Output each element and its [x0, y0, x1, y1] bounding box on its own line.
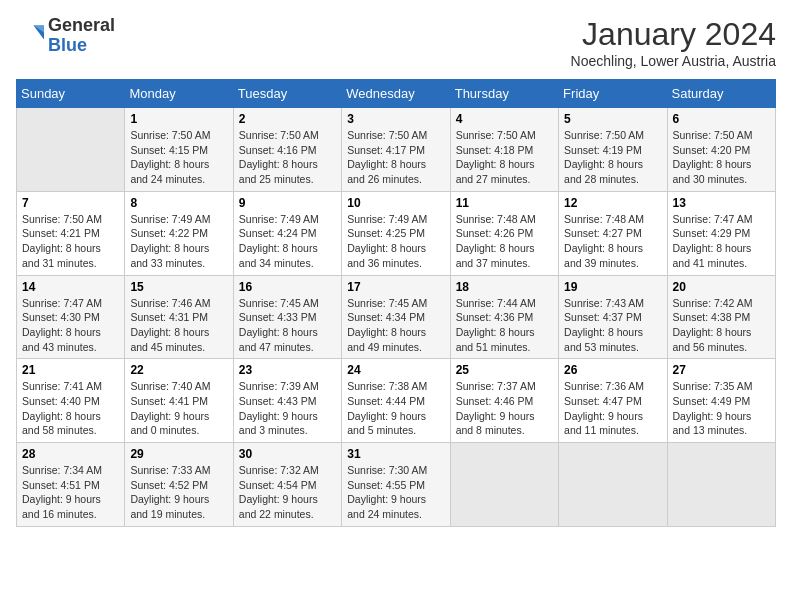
logo: General Blue [16, 16, 115, 56]
day-content: Sunrise: 7:50 AMSunset: 4:16 PMDaylight:… [239, 128, 336, 187]
day-number: 6 [673, 112, 770, 126]
month-year: January 2024 [571, 16, 776, 53]
calendar-cell: 21Sunrise: 7:41 AMSunset: 4:40 PMDayligh… [17, 359, 125, 443]
calendar-cell: 8Sunrise: 7:49 AMSunset: 4:22 PMDaylight… [125, 191, 233, 275]
day-content: Sunrise: 7:44 AMSunset: 4:36 PMDaylight:… [456, 296, 553, 355]
day-number: 22 [130, 363, 227, 377]
day-number: 5 [564, 112, 661, 126]
weekday-header: Monday [125, 80, 233, 108]
day-number: 21 [22, 363, 119, 377]
day-content: Sunrise: 7:46 AMSunset: 4:31 PMDaylight:… [130, 296, 227, 355]
calendar-cell: 2Sunrise: 7:50 AMSunset: 4:16 PMDaylight… [233, 108, 341, 192]
day-content: Sunrise: 7:40 AMSunset: 4:41 PMDaylight:… [130, 379, 227, 438]
day-number: 28 [22, 447, 119, 461]
day-number: 16 [239, 280, 336, 294]
day-number: 19 [564, 280, 661, 294]
calendar-cell: 28Sunrise: 7:34 AMSunset: 4:51 PMDayligh… [17, 443, 125, 527]
day-content: Sunrise: 7:45 AMSunset: 4:34 PMDaylight:… [347, 296, 444, 355]
calendar-cell: 25Sunrise: 7:37 AMSunset: 4:46 PMDayligh… [450, 359, 558, 443]
weekday-header: Wednesday [342, 80, 450, 108]
calendar-cell: 11Sunrise: 7:48 AMSunset: 4:26 PMDayligh… [450, 191, 558, 275]
weekday-header: Sunday [17, 80, 125, 108]
calendar-cell: 24Sunrise: 7:38 AMSunset: 4:44 PMDayligh… [342, 359, 450, 443]
calendar-cell: 15Sunrise: 7:46 AMSunset: 4:31 PMDayligh… [125, 275, 233, 359]
day-content: Sunrise: 7:37 AMSunset: 4:46 PMDaylight:… [456, 379, 553, 438]
day-number: 23 [239, 363, 336, 377]
title-block: January 2024 Noechling, Lower Austria, A… [571, 16, 776, 69]
day-number: 1 [130, 112, 227, 126]
day-number: 2 [239, 112, 336, 126]
day-number: 29 [130, 447, 227, 461]
day-number: 7 [22, 196, 119, 210]
day-number: 9 [239, 196, 336, 210]
calendar-cell: 17Sunrise: 7:45 AMSunset: 4:34 PMDayligh… [342, 275, 450, 359]
day-number: 14 [22, 280, 119, 294]
calendar-cell: 12Sunrise: 7:48 AMSunset: 4:27 PMDayligh… [559, 191, 667, 275]
logo-blue: Blue [48, 35, 87, 55]
calendar-cell: 31Sunrise: 7:30 AMSunset: 4:55 PMDayligh… [342, 443, 450, 527]
weekday-header-row: SundayMondayTuesdayWednesdayThursdayFrid… [17, 80, 776, 108]
day-number: 26 [564, 363, 661, 377]
day-content: Sunrise: 7:50 AMSunset: 4:20 PMDaylight:… [673, 128, 770, 187]
day-content: Sunrise: 7:50 AMSunset: 4:19 PMDaylight:… [564, 128, 661, 187]
day-content: Sunrise: 7:45 AMSunset: 4:33 PMDaylight:… [239, 296, 336, 355]
calendar-cell: 5Sunrise: 7:50 AMSunset: 4:19 PMDaylight… [559, 108, 667, 192]
calendar-cell: 29Sunrise: 7:33 AMSunset: 4:52 PMDayligh… [125, 443, 233, 527]
calendar-week-row: 7Sunrise: 7:50 AMSunset: 4:21 PMDaylight… [17, 191, 776, 275]
calendar-cell: 6Sunrise: 7:50 AMSunset: 4:20 PMDaylight… [667, 108, 775, 192]
day-content: Sunrise: 7:48 AMSunset: 4:26 PMDaylight:… [456, 212, 553, 271]
calendar-cell: 1Sunrise: 7:50 AMSunset: 4:15 PMDaylight… [125, 108, 233, 192]
calendar-cell: 26Sunrise: 7:36 AMSunset: 4:47 PMDayligh… [559, 359, 667, 443]
day-content: Sunrise: 7:49 AMSunset: 4:24 PMDaylight:… [239, 212, 336, 271]
day-number: 12 [564, 196, 661, 210]
day-content: Sunrise: 7:36 AMSunset: 4:47 PMDaylight:… [564, 379, 661, 438]
weekday-header: Friday [559, 80, 667, 108]
day-number: 20 [673, 280, 770, 294]
day-number: 11 [456, 196, 553, 210]
day-number: 24 [347, 363, 444, 377]
day-content: Sunrise: 7:33 AMSunset: 4:52 PMDaylight:… [130, 463, 227, 522]
calendar-cell: 14Sunrise: 7:47 AMSunset: 4:30 PMDayligh… [17, 275, 125, 359]
calendar-cell [667, 443, 775, 527]
calendar-cell: 22Sunrise: 7:40 AMSunset: 4:41 PMDayligh… [125, 359, 233, 443]
day-number: 31 [347, 447, 444, 461]
day-number: 17 [347, 280, 444, 294]
logo-text: General Blue [48, 16, 115, 56]
day-number: 18 [456, 280, 553, 294]
day-content: Sunrise: 7:30 AMSunset: 4:55 PMDaylight:… [347, 463, 444, 522]
calendar-cell: 13Sunrise: 7:47 AMSunset: 4:29 PMDayligh… [667, 191, 775, 275]
logo-general: General [48, 15, 115, 35]
day-number: 8 [130, 196, 227, 210]
day-content: Sunrise: 7:50 AMSunset: 4:15 PMDaylight:… [130, 128, 227, 187]
day-content: Sunrise: 7:50 AMSunset: 4:17 PMDaylight:… [347, 128, 444, 187]
day-content: Sunrise: 7:50 AMSunset: 4:21 PMDaylight:… [22, 212, 119, 271]
calendar-cell: 10Sunrise: 7:49 AMSunset: 4:25 PMDayligh… [342, 191, 450, 275]
day-number: 10 [347, 196, 444, 210]
day-content: Sunrise: 7:34 AMSunset: 4:51 PMDaylight:… [22, 463, 119, 522]
day-number: 30 [239, 447, 336, 461]
day-number: 27 [673, 363, 770, 377]
calendar-week-row: 1Sunrise: 7:50 AMSunset: 4:15 PMDaylight… [17, 108, 776, 192]
calendar-cell: 20Sunrise: 7:42 AMSunset: 4:38 PMDayligh… [667, 275, 775, 359]
day-number: 3 [347, 112, 444, 126]
day-content: Sunrise: 7:48 AMSunset: 4:27 PMDaylight:… [564, 212, 661, 271]
location: Noechling, Lower Austria, Austria [571, 53, 776, 69]
calendar-cell: 27Sunrise: 7:35 AMSunset: 4:49 PMDayligh… [667, 359, 775, 443]
day-number: 4 [456, 112, 553, 126]
calendar-cell [17, 108, 125, 192]
calendar-cell: 3Sunrise: 7:50 AMSunset: 4:17 PMDaylight… [342, 108, 450, 192]
weekday-header: Saturday [667, 80, 775, 108]
day-number: 13 [673, 196, 770, 210]
day-content: Sunrise: 7:32 AMSunset: 4:54 PMDaylight:… [239, 463, 336, 522]
day-content: Sunrise: 7:38 AMSunset: 4:44 PMDaylight:… [347, 379, 444, 438]
day-content: Sunrise: 7:42 AMSunset: 4:38 PMDaylight:… [673, 296, 770, 355]
calendar-week-row: 14Sunrise: 7:47 AMSunset: 4:30 PMDayligh… [17, 275, 776, 359]
calendar-cell: 23Sunrise: 7:39 AMSunset: 4:43 PMDayligh… [233, 359, 341, 443]
calendar-cell: 9Sunrise: 7:49 AMSunset: 4:24 PMDaylight… [233, 191, 341, 275]
day-content: Sunrise: 7:47 AMSunset: 4:30 PMDaylight:… [22, 296, 119, 355]
day-content: Sunrise: 7:39 AMSunset: 4:43 PMDaylight:… [239, 379, 336, 438]
day-number: 15 [130, 280, 227, 294]
calendar-cell [559, 443, 667, 527]
day-number: 25 [456, 363, 553, 377]
calendar-cell: 4Sunrise: 7:50 AMSunset: 4:18 PMDaylight… [450, 108, 558, 192]
